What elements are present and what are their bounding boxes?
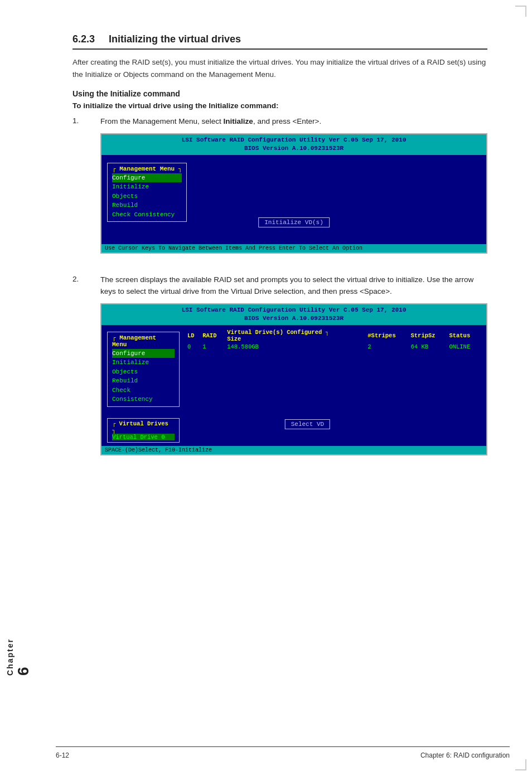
row-size: 148.580GB <box>225 343 365 351</box>
bios2-menu-configure[interactable]: Configure <box>112 349 175 358</box>
bios-body-1: ┌ Management Menu ┐ Configure Initialize… <box>101 155 486 244</box>
step-2: 2. The screen displays the available RAI… <box>72 274 487 467</box>
row-status: ONLINE <box>447 343 481 351</box>
bios-menu-configure[interactable]: Configure <box>112 173 182 183</box>
bios2-menu-rebuild[interactable]: Rebuild <box>112 376 175 386</box>
bios-header-1: LSI Software RAID Configuration Utility … <box>101 134 486 155</box>
col-ld: LD <box>185 328 200 343</box>
row-stripes: 2 <box>365 343 408 351</box>
bios2-menu-initialize[interactable]: Initialize <box>112 358 175 367</box>
bios-screen-1: LSI Software RAID Configuration Utility … <box>100 133 487 254</box>
step-1-text: From the Management Menu, select Initial… <box>100 115 487 128</box>
configured-label: Virtual Drive(s) Configured ┐ <box>227 329 329 336</box>
col-stripes: #Stripes <box>365 328 408 343</box>
bios-header-2: LSI Software RAID Configuration Utility … <box>101 304 486 325</box>
footer-page-number: 6-12 <box>56 751 69 759</box>
bios-body-2: ┌ Management Menu Configure Initialize O… <box>101 325 486 446</box>
step-1-after: , and press <Enter>. <box>253 117 321 125</box>
bios-header-line1: LSI Software RAID Configuration Utility … <box>105 136 483 144</box>
bios-right-panel: LD RAID Virtual Drive(s) Configured ┐ Si… <box>185 328 481 351</box>
bold-instruction: To initialize the virtual drive using th… <box>72 101 487 110</box>
bios-btn-initialize-vd[interactable]: Initialize VD(s) <box>258 217 330 227</box>
col-stripsz: StripSz <box>409 328 447 343</box>
col-status: Status <box>447 328 481 343</box>
step-1-number: 1. <box>72 115 100 125</box>
main-content: 6.2.3 Initializing the virtual drives Af… <box>72 33 487 467</box>
subsection-heading: Using the Initialize command <box>72 89 487 98</box>
col-size: Virtual Drive(s) Configured ┐ Size <box>225 328 365 343</box>
bios2-menu-objects[interactable]: Objects <box>112 367 175 377</box>
step-2-text: The screen displays the available RAID s… <box>100 274 487 298</box>
chapter-label: Chapter6 <box>6 636 32 676</box>
step-1-before: From the Management Menu, select <box>100 117 224 125</box>
table-row: 0 1 148.580GB 2 64 KB ONLINE <box>185 343 481 351</box>
vd-item-0[interactable]: Virtual Drive 0 <box>112 434 175 440</box>
intro-text: After creating the RAID set(s), you must… <box>72 56 487 80</box>
page-container: Chapter6 6.2.3 Initializing the virtual … <box>0 0 532 776</box>
step-2-content: The screen displays the available RAID s… <box>100 274 487 467</box>
corner-br <box>515 759 526 770</box>
bios-menu-title-2: ┌ Management Menu <box>112 334 175 348</box>
bios-left-panel-2: ┌ Management Menu Configure Initialize O… <box>107 328 180 443</box>
bios-menu-rebuild[interactable]: Rebuild <box>112 201 182 210</box>
bios-menu-box-1: ┌ Management Menu ┐ Configure Initialize… <box>107 163 187 222</box>
bios-menu-box-2: ┌ Management Menu Configure Initialize O… <box>107 332 180 407</box>
section-heading: 6.2.3 Initializing the virtual drives <box>72 33 487 50</box>
vd-title: ┌ Virtual Drives ┐ <box>112 420 175 434</box>
corner-tr <box>515 6 526 17</box>
bios-footer-2: SPACE-(De)Select, F10-Initialize <box>101 446 486 454</box>
step-1-content: From the Management Menu, select Initial… <box>100 115 487 264</box>
bios-menu-title-1: ┌ Management Menu ┐ <box>112 166 182 172</box>
virtual-drives-box: ┌ Virtual Drives ┐ Virtual Drive 0 <box>107 418 180 443</box>
chapter-sidebar: Chapter6 <box>0 0 38 776</box>
bios-header-line2: BIOS Version A.10.09231523R <box>105 144 483 153</box>
page-title: Initializing the virtual drives <box>109 33 241 45</box>
step-1-highlight: Initialize <box>224 117 253 125</box>
bios-menu-objects[interactable]: Objects <box>112 192 182 201</box>
row-raid: 1 <box>200 343 225 351</box>
bios-menu-check[interactable]: Check Consistency <box>112 210 182 220</box>
col-raid: RAID <box>200 328 225 343</box>
row-stripsz: 64 KB <box>409 343 447 351</box>
bios-menu-initialize[interactable]: Initialize <box>112 182 182 192</box>
bios-header2-line1: LSI Software RAID Configuration Utility … <box>105 306 483 314</box>
bios-center-btn-1: Initialize VD(s) <box>258 217 330 227</box>
bios-header2-line2: BIOS Version A.10.09231523R <box>105 314 483 323</box>
step-1: 1. From the Management Menu, select Init… <box>72 115 487 264</box>
bios2-menu-check[interactable]: Check Consistency <box>112 386 175 404</box>
row-ld: 0 <box>185 343 200 351</box>
footer-chapter: Chapter 6: RAID configuration <box>420 751 510 759</box>
bios-footer-1: Use Cursor Keys To Navigate Between Item… <box>101 244 486 253</box>
section-number: 6.2.3 <box>72 33 95 45</box>
table-header-row: LD RAID Virtual Drive(s) Configured ┐ Si… <box>185 328 481 343</box>
chapter-text: Chapter <box>6 638 14 676</box>
step-2-number: 2. <box>72 274 100 283</box>
bios-table: LD RAID Virtual Drive(s) Configured ┐ Si… <box>185 328 481 351</box>
page-footer: 6-12 Chapter 6: RAID configuration <box>56 746 510 759</box>
bios-screen-2: LSI Software RAID Configuration Utility … <box>100 303 487 455</box>
